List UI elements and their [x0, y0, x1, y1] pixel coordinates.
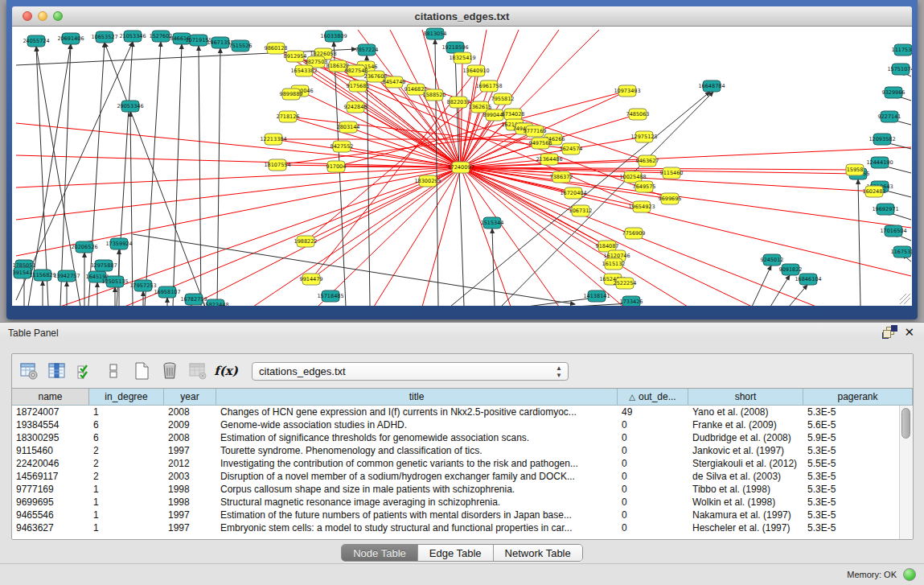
new-document-icon[interactable]	[131, 360, 152, 381]
graph-node[interactable]: 7857224	[355, 44, 379, 56]
graph-node[interactable]: 19218596	[441, 42, 468, 53]
graph-node[interactable]: 17359924	[105, 238, 132, 249]
graph-node[interactable]: 16648784	[698, 80, 725, 92]
graph-node[interactable]: 15751074	[887, 64, 912, 75]
graph-node[interactable]: 18325419	[449, 52, 475, 64]
column-check-icon[interactable]	[75, 360, 96, 381]
close-panel-icon[interactable]: ✕	[904, 326, 914, 338]
column-header-out_de[interactable]: △out_de...	[618, 389, 688, 405]
table-row[interactable]: 1830029562008Estimation of significance …	[12, 431, 900, 444]
window-titlebar[interactable]: citations_edges.txt	[12, 6, 912, 27]
float-panel-icon[interactable]	[882, 326, 894, 338]
graph-node[interactable]: 19692971	[872, 204, 898, 215]
graph-node[interactable]: 16958107	[154, 286, 180, 298]
graph-node[interactable]: 9497568	[529, 138, 552, 149]
graph-node[interactable]: 17957253	[129, 280, 156, 291]
graph-node[interactable]: 32975887	[90, 260, 117, 271]
graph-node[interactable]: 917004	[326, 161, 347, 172]
table-selector[interactable]: citations_edges.txt ▲▼	[252, 362, 569, 381]
graph-node[interactable]: 20206526	[71, 241, 97, 253]
graph-node[interactable]: 16543382	[290, 65, 317, 76]
graph-node[interactable]: 1167531	[891, 246, 912, 257]
graph-node[interactable]: 12505135	[101, 276, 128, 287]
column-header-in_degree[interactable]: in_degree	[89, 389, 164, 405]
graph-node[interactable]: 9245012	[761, 254, 784, 266]
graph-node[interactable]: 9699695	[659, 193, 682, 204]
table-row[interactable]: 1456911722003Disruption of a novel membe…	[12, 470, 900, 483]
graph-node[interactable]: 7955812	[491, 93, 515, 105]
graph-node[interactable]: 7515526	[229, 40, 253, 51]
table-row[interactable]: 1872400712008Changes of HCN gene express…	[12, 406, 900, 418]
table-row[interactable]: 969969511998Structural magnetic resonanc…	[12, 496, 900, 509]
graph-node[interactable]: 1733426	[620, 296, 643, 306]
network-canvas[interactable]: 2405572420691406106535272105334615276028…	[12, 27, 912, 306]
graph-node[interactable]: 2718126	[277, 111, 300, 122]
table-scrollbar[interactable]	[899, 406, 913, 539]
graph-node[interactable]: 18107554	[264, 159, 290, 171]
graph-node[interactable]: 8813054	[424, 28, 447, 39]
graph-node[interactable]: 1117530	[892, 44, 912, 56]
graph-node[interactable]: 8822037	[447, 97, 470, 108]
graph-node[interactable]: 20691406	[57, 33, 84, 44]
graph-node[interactable]: 9115460	[660, 167, 684, 179]
function-icon[interactable]: f(x)	[216, 360, 236, 381]
graph-node[interactable]: 3624574	[560, 143, 583, 154]
table-scrollbar-thumb[interactable]	[901, 408, 910, 439]
minimize-window-button[interactable]	[38, 11, 47, 21]
table-row[interactable]: 2242004622012Investigating the contribut…	[12, 457, 900, 470]
table-row[interactable]: 911546021997Tourette syndrome. Phenomeno…	[12, 444, 900, 457]
graph-node[interactable]: 11156829	[29, 270, 55, 281]
zoom-window-button[interactable]	[53, 11, 63, 21]
table-column-icon[interactable]	[47, 360, 68, 381]
graph-node[interactable]: 2522254	[614, 278, 637, 289]
graph-node[interactable]: 9463627	[636, 155, 659, 167]
graph-node[interactable]: 12444190	[866, 157, 893, 168]
graph-node[interactable]: 12975125	[630, 131, 657, 142]
graph-node[interactable]: 8427552	[331, 141, 354, 152]
graph-node[interactable]: 16033809	[320, 31, 347, 42]
graph-node[interactable]: 8454749	[383, 76, 406, 88]
graph-node[interactable]: 6734028	[502, 109, 525, 120]
graph-node[interactable]: 1588520	[423, 89, 446, 101]
graph-node[interactable]: 2803144	[337, 122, 360, 133]
graph-node[interactable]: 9899889	[280, 89, 303, 100]
table-row[interactable]: 977716911998Corpus callosum shape and si…	[12, 483, 900, 496]
tab-network-table[interactable]: Network Table	[494, 545, 582, 561]
graph-node[interactable]: 7485063	[626, 109, 650, 120]
table-disabled-icon[interactable]	[187, 360, 208, 381]
memory-indicator[interactable]	[903, 568, 916, 581]
table-row[interactable]: 946362711997Embryonic stem cells: a mode…	[12, 521, 900, 534]
graph-node[interactable]: 1988222	[294, 236, 318, 247]
resize-grip[interactable]	[900, 294, 910, 304]
graph-node[interactable]: 9860128	[265, 43, 288, 54]
graph-node[interactable]: 1602483	[863, 186, 886, 197]
tab-edge-table[interactable]: Edge Table	[418, 545, 494, 561]
graph-node[interactable]: 7386372	[550, 171, 573, 183]
graph-node[interactable]: 15718485	[317, 290, 343, 302]
column-header-title[interactable]: title	[216, 389, 618, 405]
graph-node[interactable]: 29053346	[117, 101, 143, 112]
table-row[interactable]: 946554611997Estimation of the future num…	[12, 509, 900, 521]
graph-node[interactable]: 9175685	[347, 80, 370, 92]
graph-node[interactable]: 1515344	[481, 217, 504, 229]
column-header-pagerank[interactable]: pagerank	[803, 389, 913, 405]
graph-node[interactable]: 21053346	[119, 31, 146, 42]
column-header-short[interactable]: short	[688, 389, 803, 405]
graph-node[interactable]: 17016504	[880, 225, 906, 237]
graph-node[interactable]: 8912954	[284, 51, 307, 62]
graph-node[interactable]: 16846104	[795, 274, 821, 285]
table-settings-icon[interactable]	[18, 360, 39, 381]
table-row[interactable]: 1938455462009Genome-wide association stu…	[12, 418, 900, 431]
graph-node[interactable]: 13640910	[462, 65, 489, 76]
graph-node[interactable]: 12213384	[260, 134, 286, 145]
graph-node[interactable]: 7756909	[622, 228, 646, 239]
graph-node[interactable]: 19654923	[628, 201, 655, 212]
graph-node[interactable]: 14138141	[583, 290, 610, 302]
graph-node[interactable]: 9227141	[878, 111, 901, 122]
graph-node[interactable]: 24055724	[23, 35, 49, 47]
graph-node[interactable]: 1067312	[569, 205, 593, 216]
row-height-icon[interactable]	[103, 360, 124, 381]
graph-node[interactable]: 1527602	[150, 31, 173, 42]
close-window-button[interactable]	[23, 11, 32, 21]
column-header-year[interactable]: year	[164, 389, 216, 405]
